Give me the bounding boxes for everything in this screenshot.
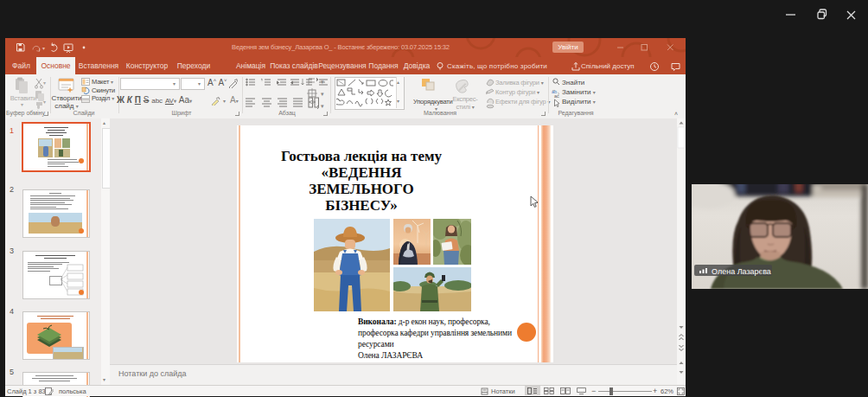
svg-text:▾: ▾ <box>321 91 324 97</box>
svg-text:ac: ac <box>554 93 559 99</box>
svg-text:Олена Лазарєва: Олена Лазарєва <box>712 267 771 276</box>
svg-text:▾: ▾ <box>321 103 324 109</box>
svg-text:▾: ▾ <box>321 79 324 85</box>
svg-text:▾: ▾ <box>42 46 45 51</box>
